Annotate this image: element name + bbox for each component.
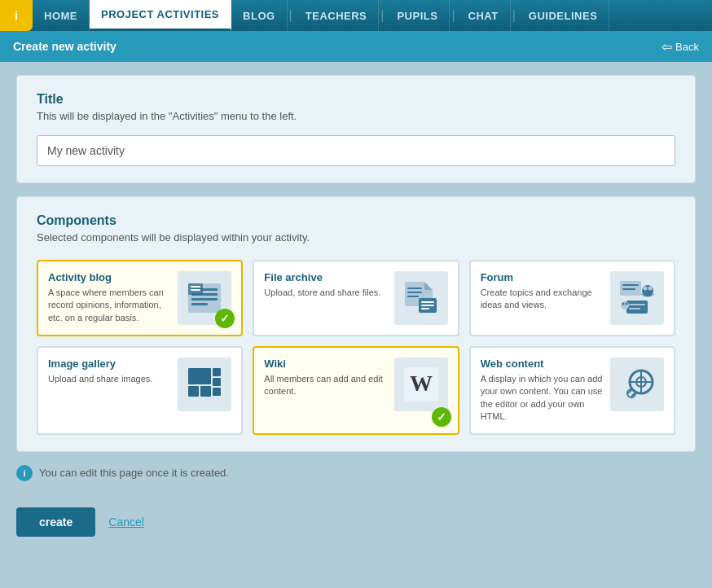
svg-rect-18 [421,305,434,306]
wiki-icon: W [394,358,448,411]
component-image-gallery-desc: Upload and share images. [48,373,171,385]
svg-point-24 [643,287,647,291]
cancel-button[interactable]: Cancel [108,516,144,529]
svg-point-29 [621,301,629,309]
component-web-content-text: Web content A display in which you can a… [481,358,604,423]
components-subtitle: Selected components will be displayed wi… [37,231,675,244]
component-image-gallery-text: Image gallery Upload and share images. [48,358,171,385]
activity-blog-check: ✓ [215,309,235,328]
svg-rect-13 [407,287,422,289]
forum-icon [610,271,664,325]
nav-bar: i HOME PROJECT ACTIVITIES BLOG | TEACHER… [0,0,712,31]
components-card: Components Selected components will be d… [16,196,696,452]
svg-rect-14 [407,292,422,293]
nav-sep-1: | [288,0,294,31]
create-button[interactable]: create [16,507,95,537]
nav-project-activities[interactable]: PROJECT ACTIVITIES [90,0,231,31]
back-arrow-icon: ⇦ [661,39,672,55]
svg-marker-11 [424,282,433,290]
info-icon: i [16,465,33,481]
component-file-archive-name: File archive [264,271,387,283]
nav-logo: i [0,0,33,31]
header-bar: Create new activity ⇦ Back [0,31,712,62]
svg-rect-6 [191,303,208,305]
svg-rect-19 [421,308,429,309]
svg-rect-17 [421,301,434,303]
activity-title-input[interactable] [37,135,675,166]
svg-rect-33 [188,386,199,397]
main-content: Title This will be displayed in the "Act… [0,62,712,507]
component-forum-text: Forum Create topics and exchange ideas a… [481,271,604,312]
svg-rect-36 [213,378,221,386]
nav-sep-3: | [450,0,456,31]
component-activity-blog-text: Activity blog A space where members can … [48,271,171,324]
component-forum-desc: Create topics and exchange ideas and vie… [481,287,604,312]
info-text: You can edit this page once it is create… [39,467,229,479]
svg-rect-35 [213,368,221,376]
component-wiki-name: Wiki [264,358,387,370]
svg-rect-37 [213,388,221,396]
nav-pupils[interactable]: PUPILS [385,0,450,31]
image-gallery-icon [178,358,231,411]
component-image-gallery-name: Image gallery [48,358,171,370]
component-image-gallery[interactable]: Image gallery Upload and share images. [37,346,243,435]
component-activity-blog-desc: A space where members can record opinion… [48,287,171,324]
svg-rect-26 [626,301,648,314]
svg-point-25 [648,287,652,291]
component-activity-blog[interactable]: Activity blog A space where members can … [37,260,243,336]
svg-point-23 [642,285,653,296]
svg-point-31 [625,303,627,305]
component-web-content-desc: A display in which you can add your own … [481,373,604,423]
component-wiki-desc: All members can add and edit content. [264,373,387,398]
nav-sep-2: | [379,0,385,31]
nav-guidelines[interactable]: GUIDELINES [517,0,609,31]
svg-text:W: W [410,371,433,396]
svg-text:i: i [15,9,18,22]
component-wiki-text: Wiki All members can add and edit conten… [264,358,387,398]
svg-rect-5 [191,298,218,301]
svg-rect-8 [191,286,200,287]
nav-home[interactable]: HOME [33,0,90,31]
page-title: Create new activity [13,40,116,53]
component-file-archive-text: File archive Upload, store and share fil… [264,271,387,299]
component-web-content[interactable]: Web content A display in which you can a… [469,346,675,435]
web-content-icon [610,358,664,411]
nav-chat[interactable]: CHAT [457,0,511,31]
svg-rect-21 [622,284,639,286]
nav-teachers[interactable]: TEACHERS [294,0,380,31]
title-subtitle: This will be displayed in the "Activitie… [37,110,675,122]
svg-point-30 [622,303,624,305]
file-archive-icon [394,271,448,325]
wiki-check: ✓ [432,407,451,427]
nav-sep-4: | [511,0,517,31]
svg-rect-22 [622,288,635,290]
svg-rect-34 [200,386,211,397]
buttons-row: create Cancel [0,507,712,553]
component-file-archive[interactable]: File archive Upload, store and share fil… [253,260,459,336]
svg-rect-15 [407,296,419,297]
svg-rect-27 [629,304,645,305]
title-card: Title This will be displayed in the "Act… [16,75,696,183]
components-heading: Components [37,213,675,228]
component-web-content-name: Web content [481,358,604,370]
component-forum-name: Forum [481,271,604,283]
svg-rect-9 [191,289,200,291]
svg-rect-28 [629,308,640,309]
title-heading: Title [37,92,675,107]
back-button[interactable]: ⇦ Back [661,39,699,55]
component-forum[interactable]: Forum Create topics and exchange ideas a… [469,260,675,336]
component-file-archive-desc: Upload, store and share files. [264,287,387,299]
component-grid: Activity blog A space where members can … [37,260,675,435]
component-activity-blog-name: Activity blog [48,271,171,283]
nav-blog[interactable]: BLOG [231,0,288,31]
svg-rect-32 [188,368,211,384]
back-label: Back [675,41,699,53]
component-wiki[interactable]: Wiki All members can add and edit conten… [253,346,459,435]
info-row: i You can edit this page once it is crea… [16,465,696,481]
